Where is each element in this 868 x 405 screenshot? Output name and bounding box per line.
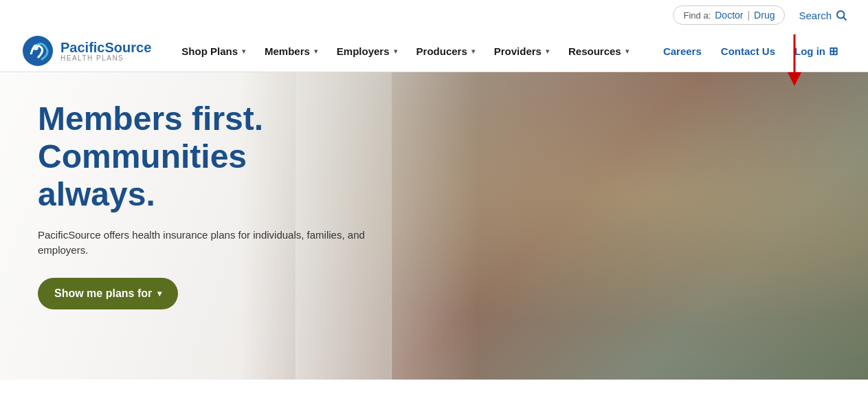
annotation-arrow xyxy=(784,34,805,92)
logo-sub: HEALTH PLANS xyxy=(60,54,151,62)
search-label: Search xyxy=(799,10,832,21)
shop-plans-caret: ▾ xyxy=(242,47,245,55)
logo-icon xyxy=(21,34,55,68)
hero-subtext: PacificSource offers health insurance pl… xyxy=(38,228,395,259)
find-doctor-link[interactable]: Doctor xyxy=(715,10,743,21)
nav-providers[interactable]: Providers ▾ xyxy=(485,30,559,72)
find-divider: | xyxy=(747,10,750,21)
find-a-label: Find a: xyxy=(683,10,711,21)
svg-marker-5 xyxy=(788,72,801,86)
employers-caret: ▾ xyxy=(394,47,397,55)
nav-producers[interactable]: Producers ▾ xyxy=(407,30,485,72)
show-plans-caret: ▾ xyxy=(157,289,162,298)
show-plans-label: Show me plans for xyxy=(54,287,152,300)
find-drug-link[interactable]: Drug xyxy=(754,10,775,21)
nav-shop-plans[interactable]: Shop Plans ▾ xyxy=(172,30,255,72)
logo-link[interactable]: PacificSource HEALTH PLANS xyxy=(21,34,151,68)
nav-employers[interactable]: Employers ▾ xyxy=(327,30,407,72)
hero-content: Members first.Communitiesalways. Pacific… xyxy=(38,100,395,309)
producers-caret: ▾ xyxy=(471,47,475,55)
find-a-widget: Find a: Doctor | Drug xyxy=(673,6,785,25)
nav-secondary: Careers Contact Us Log in ⊞ xyxy=(654,30,847,72)
logo-text: PacificSource HEALTH PLANS xyxy=(60,41,151,62)
red-arrow-svg xyxy=(784,34,805,89)
site-header: Find a: Doctor | Drug Search PacificSour… xyxy=(0,0,868,72)
resources-caret: ▾ xyxy=(625,47,629,55)
svg-line-1 xyxy=(843,17,846,20)
logo-nav-bar: PacificSource HEALTH PLANS Shop Plans ▾ … xyxy=(0,30,868,72)
search-icon xyxy=(835,9,847,21)
hero-headline: Members first.Communitiesalways. xyxy=(38,100,395,214)
login-icon: ⊞ xyxy=(829,45,838,58)
svg-point-3 xyxy=(33,45,38,50)
nav-members[interactable]: Members ▾ xyxy=(255,30,327,72)
top-bar: Find a: Doctor | Drug Search xyxy=(0,0,868,30)
nav-careers[interactable]: Careers xyxy=(654,30,711,72)
svg-point-0 xyxy=(837,11,845,19)
providers-caret: ▾ xyxy=(546,47,549,55)
nav-resources[interactable]: Resources ▾ xyxy=(559,30,638,72)
hero-section: Members first.Communitiesalways. Pacific… xyxy=(0,72,868,380)
members-caret: ▾ xyxy=(314,47,318,55)
show-plans-button[interactable]: Show me plans for ▾ xyxy=(38,278,178,309)
nav-primary: Shop Plans ▾ Members ▾ Employers ▾ Produ… xyxy=(172,30,638,72)
search-button[interactable]: Search xyxy=(799,9,847,21)
main-nav: Shop Plans ▾ Members ▾ Employers ▾ Produ… xyxy=(172,30,847,72)
logo-name: PacificSource xyxy=(60,41,151,54)
nav-contact-us[interactable]: Contact Us xyxy=(711,30,785,72)
